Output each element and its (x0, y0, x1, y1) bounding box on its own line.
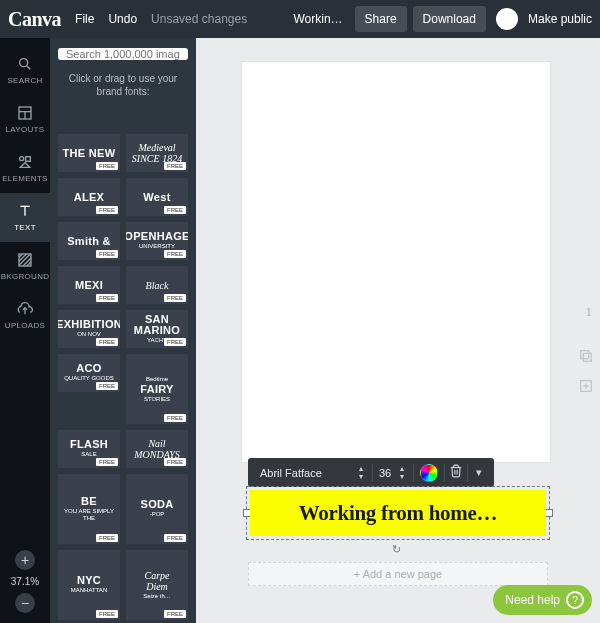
text-template[interactable]: COPENHAGENUNIVERSITYFREE (126, 222, 188, 260)
elements-icon (17, 154, 33, 170)
text-template[interactable]: THE NEWFREE (58, 134, 120, 172)
panel-hint: Click or drag to use your brand fonts: (58, 72, 188, 98)
search-icon (17, 56, 33, 72)
download-button[interactable]: Download (413, 6, 486, 32)
side-rail: SEARCH LAYOUTS ELEMENTS TEXT BKGROUND UP… (0, 38, 50, 623)
top-bar: Canva File Undo Unsaved changes Workin… … (0, 0, 600, 38)
text-panel: Click or drag to use your brand fonts: A… (50, 38, 196, 623)
share-button[interactable]: Share (355, 6, 407, 32)
background-icon (17, 252, 33, 268)
svg-point-5 (20, 157, 24, 161)
text-template[interactable]: MedievalSINCE 1824FREE (126, 134, 188, 172)
text-template[interactable]: MEXIFREE (58, 266, 120, 304)
text-template[interactable]: NailMONDAYSFREE (126, 430, 188, 468)
free-badge: FREE (164, 610, 186, 618)
free-badge: FREE (164, 338, 186, 346)
help-icon: ? (566, 591, 584, 609)
text-template[interactable]: BedtimeFAIRYSTORIESFREE (126, 354, 188, 424)
free-badge: FREE (164, 458, 186, 466)
text-template[interactable]: SAN MARINOYACHTFREE (126, 310, 188, 348)
text-template[interactable]: Smith &FREE (58, 222, 120, 260)
logo[interactable]: Canva (8, 8, 61, 31)
make-public-button[interactable]: Make public (528, 12, 592, 26)
add-new-page[interactable]: + Add a new page (248, 562, 548, 586)
free-badge: FREE (164, 206, 186, 214)
free-badge: FREE (96, 382, 118, 390)
text-template[interactable]: ALEXFREE (58, 178, 120, 216)
free-badge: FREE (96, 338, 118, 346)
text-template[interactable]: SODA-POPFREE (126, 474, 188, 544)
zoom-out-button[interactable]: − (15, 593, 35, 613)
text-element[interactable]: Working from home… (250, 490, 546, 536)
search-input[interactable] (58, 48, 188, 60)
svg-rect-17 (583, 353, 591, 361)
text-template[interactable]: WestFREE (126, 178, 188, 216)
text-template[interactable]: EXHIBITIONON NOVFREE (58, 310, 120, 348)
rail-elements[interactable]: ELEMENTS (0, 144, 50, 193)
zoom-in-button[interactable]: + (15, 550, 35, 570)
font-family-select[interactable]: Abril Fatface (252, 467, 356, 479)
rotate-handle[interactable]: ↻ (392, 543, 404, 555)
free-badge: FREE (164, 250, 186, 258)
avatar[interactable] (496, 8, 518, 30)
font-size-stepper[interactable]: ▴▾ (397, 465, 407, 481)
font-size-input[interactable]: 36 (373, 467, 397, 479)
text-template[interactable]: CarpeDiemSeize th…FREE (126, 550, 188, 620)
canvas-area[interactable]: 1 Abril Fatface ▴▾ 36 ▴▾ ▾ ↻ Working fro… (196, 38, 600, 623)
svg-rect-6 (26, 157, 31, 162)
text-template[interactable]: FLASHSALEFREE (58, 430, 120, 468)
free-badge: FREE (96, 206, 118, 214)
add-page-icon[interactable] (578, 378, 594, 394)
page-number: 1 (586, 304, 593, 320)
document-name[interactable]: Workin… (293, 12, 342, 26)
free-badge: FREE (164, 162, 186, 170)
zoom-level: 37.1% (11, 576, 39, 587)
template-grid: THE NEWFREEMedievalSINCE 1824FREEALEXFRE… (58, 134, 188, 623)
svg-marker-7 (20, 163, 29, 168)
svg-line-12 (19, 254, 26, 261)
uploads-icon (17, 301, 33, 317)
free-badge: FREE (96, 610, 118, 618)
free-badge: FREE (96, 534, 118, 542)
font-family-stepper[interactable]: ▴▾ (356, 465, 366, 481)
rail-search[interactable]: SEARCH (0, 46, 50, 95)
rail-bkground[interactable]: BKGROUND (0, 242, 50, 291)
text-icon (17, 203, 33, 219)
svg-rect-18 (581, 351, 589, 359)
svg-line-1 (27, 66, 31, 70)
copy-page-icon[interactable] (578, 348, 594, 364)
rail-uploads[interactable]: UPLOADS (0, 291, 50, 340)
text-content[interactable]: Working from home… (299, 501, 497, 526)
zoom-controls: + 37.1% − (11, 550, 39, 623)
rail-text[interactable]: TEXT (0, 193, 50, 242)
help-button[interactable]: Need help ? (493, 585, 592, 615)
svg-point-0 (20, 59, 28, 67)
free-badge: FREE (96, 162, 118, 170)
more-options[interactable]: ▾ (468, 466, 490, 479)
free-badge: FREE (96, 458, 118, 466)
delete-button[interactable] (445, 464, 467, 481)
color-picker[interactable] (420, 464, 438, 482)
menu-undo[interactable]: Undo (108, 12, 137, 26)
text-template[interactable]: NYCMANHATTANFREE (58, 550, 120, 620)
free-badge: FREE (96, 250, 118, 258)
page[interactable] (242, 62, 550, 462)
menu-file[interactable]: File (75, 12, 94, 26)
text-toolbar: Abril Fatface ▴▾ 36 ▴▾ ▾ (248, 458, 494, 487)
free-badge: FREE (164, 534, 186, 542)
text-template[interactable]: BlackFREE (126, 266, 188, 304)
rail-layouts[interactable]: LAYOUTS (0, 95, 50, 144)
layouts-icon (17, 105, 33, 121)
free-badge: FREE (96, 294, 118, 302)
text-template[interactable]: BEYOU ARE SIMPLY THEFREE (58, 474, 120, 544)
resize-handle-e[interactable] (545, 509, 553, 517)
unsaved-changes: Unsaved changes (151, 12, 247, 26)
free-badge: FREE (164, 294, 186, 302)
text-template[interactable]: ACOQUALITY GOODSFREE (58, 354, 120, 392)
free-badge: FREE (164, 414, 186, 422)
